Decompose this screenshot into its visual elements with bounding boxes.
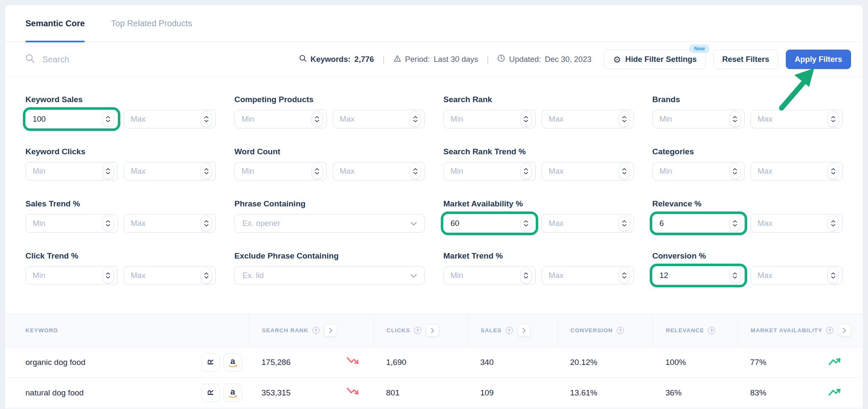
tab-top-related-products[interactable]: Top Related Products [111,5,192,42]
search-input[interactable] [42,55,178,64]
max-value[interactable] [758,167,828,176]
search-rank-min-input[interactable] [443,110,536,128]
stepper-control[interactable] [409,111,421,127]
stepper-control[interactable] [200,111,212,127]
max-value[interactable] [758,219,828,228]
min-value[interactable] [659,167,729,176]
market-trend-min-input[interactable] [443,266,536,285]
categories-min-input[interactable] [652,162,745,181]
expand-column-button[interactable] [517,324,531,337]
market-trend-max-input[interactable] [542,266,634,285]
max-value[interactable] [131,219,201,228]
max-value[interactable] [340,167,410,176]
stepper-control[interactable] [103,111,114,127]
click-trend-max-input[interactable] [124,266,216,285]
stepper-control[interactable] [827,111,839,127]
stepper-control[interactable] [618,267,630,284]
tab-semantic-core[interactable]: Semantic Core [25,5,85,42]
stepper-control[interactable] [729,163,741,179]
stepper-control[interactable] [103,215,114,231]
min-value[interactable] [451,167,520,176]
max-value[interactable] [758,271,828,280]
max-value[interactable] [549,114,619,124]
stepper-control[interactable] [200,163,212,179]
stepper-control[interactable] [200,267,212,284]
keyword-clicks-max-input[interactable] [124,162,216,181]
relevance-min-input[interactable] [652,214,745,233]
min-value[interactable] [33,271,103,280]
min-value[interactable] [33,219,103,228]
keyword-sales-min-input[interactable] [25,110,118,128]
conversion-max-input[interactable] [751,266,843,285]
expand-column-button[interactable] [324,324,337,337]
expand-column-button[interactable] [426,324,439,337]
min-value[interactable] [451,114,520,124]
hide-filter-settings-button[interactable]: ⚙ Hide Filter Settings New [604,50,705,69]
min-value[interactable] [659,114,729,124]
stepper-control[interactable] [827,215,839,231]
competing-products-max-input[interactable] [333,110,425,128]
stepper-control[interactable] [103,267,114,284]
help-icon[interactable]: ? [708,327,715,334]
market-availability-min-input[interactable] [443,214,536,233]
stepper-control[interactable] [312,163,323,179]
stepper-control[interactable] [618,111,630,127]
word-count-min-input[interactable] [234,162,327,181]
stepper-control[interactable] [618,215,630,231]
stepper-control[interactable] [520,267,532,284]
click-trend-min-input[interactable] [25,266,118,285]
stepper-control[interactable] [312,111,323,127]
stepper-control[interactable] [200,215,212,231]
exclude-phrase-containing-select[interactable]: Ex. lid [234,266,425,285]
rank-tracker-button[interactable]: R [201,353,220,372]
max-value[interactable] [131,114,201,124]
stepper-control[interactable] [729,111,741,127]
reset-filters-button[interactable]: Reset Filters [713,50,778,69]
stepper-control[interactable] [618,163,630,179]
stepper-control[interactable] [827,267,839,284]
conversion-min-input[interactable] [652,266,745,285]
brands-min-input[interactable] [652,110,745,128]
sales-trend-min-input[interactable] [25,214,118,233]
stepper-control[interactable] [409,163,421,179]
stepper-control[interactable] [827,163,839,179]
categories-max-input[interactable] [751,162,843,181]
stepper-control[interactable] [729,215,741,231]
expand-column-button[interactable] [838,324,851,337]
phrase-containing-select[interactable]: Ex. opener [234,214,425,233]
search-rank-trend-min-input[interactable] [443,162,536,181]
help-icon[interactable]: ? [506,327,513,334]
competing-products-min-input[interactable] [234,110,327,128]
keyword-clicks-min-input[interactable] [25,162,118,181]
max-value[interactable] [549,271,619,280]
max-value[interactable] [131,167,201,176]
stepper-control[interactable] [520,163,532,179]
help-icon[interactable]: ? [617,327,624,334]
market-availability-max-input[interactable] [542,214,634,233]
stepper-control[interactable] [520,215,532,231]
min-value[interactable] [242,114,312,124]
brands-max-input[interactable] [751,110,843,128]
apply-filters-button[interactable]: Apply Filters [786,50,851,69]
keyword-sales-max-input[interactable] [124,110,216,128]
word-count-max-input[interactable] [333,162,425,181]
amazon-link-button[interactable]: a [223,353,242,372]
min-value[interactable] [33,114,103,124]
table-row[interactable]: natural dog food R a 353,315 801 109 13.… [5,377,863,408]
min-value[interactable] [451,271,520,280]
stepper-control[interactable] [729,267,741,284]
amazon-link-button[interactable]: a [223,384,242,402]
relevance-max-input[interactable] [751,214,843,233]
max-value[interactable] [758,114,828,124]
search-rank-max-input[interactable] [542,110,634,128]
help-icon[interactable]: ? [312,327,320,334]
min-value[interactable] [33,167,103,176]
min-value[interactable] [659,219,729,228]
stepper-control[interactable] [520,111,532,127]
search-rank-trend-max-input[interactable] [542,162,634,181]
max-value[interactable] [549,219,619,228]
min-value[interactable] [659,271,729,280]
max-value[interactable] [340,114,410,124]
max-value[interactable] [131,271,201,280]
help-icon[interactable]: ? [826,327,833,334]
